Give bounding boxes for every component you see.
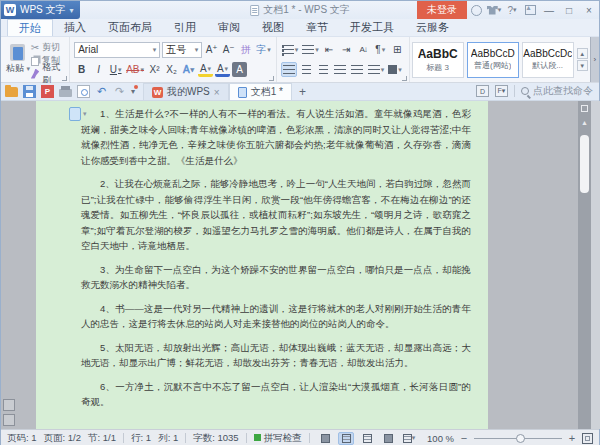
tab-dev-tools[interactable]: 开发工具 (339, 19, 405, 36)
scroll-up-icon[interactable]: ▲ (578, 115, 591, 129)
paragraph-3[interactable]: 3、为生命留下一点空白，为这个矫躁不安的世界留一点空白，哪怕只是一点点，却能挽救… (81, 262, 471, 293)
styles-scroll-up[interactable]: ▲ (577, 48, 588, 59)
chevron-down-icon[interactable]: ▾ (70, 6, 74, 15)
bold-button[interactable]: B (74, 62, 89, 77)
maximize-button[interactable]: □ (559, 2, 579, 18)
skin-shirt-icon[interactable]: ▾ (485, 2, 503, 18)
tab-view[interactable]: 视图 (251, 19, 295, 36)
close-tab-icon[interactable]: × (214, 87, 220, 98)
tab-references[interactable]: 引用 (163, 19, 207, 36)
bookmark-pane-icon[interactable] (3, 414, 15, 426)
paste-button[interactable]: 粘贴 ▾ (5, 40, 31, 79)
clipboard-dialog-launcher[interactable] (62, 76, 67, 81)
increase-indent-button[interactable]: ⇥ (339, 42, 354, 57)
align-right-button[interactable] (316, 62, 331, 77)
ruler-toggle-icon[interactable] (578, 101, 591, 115)
font-name-select[interactable]: Arial▾ (74, 42, 160, 58)
hide-ribbon-icon[interactable] (521, 2, 539, 18)
print-icon[interactable] (59, 89, 72, 97)
show-marks-button[interactable]: ¶▾ (373, 42, 388, 57)
find-command-box[interactable]: 点此查找命令 (521, 84, 593, 98)
character-shading-button[interactable]: A (232, 62, 247, 77)
cut-button[interactable]: ✂剪切 (31, 41, 65, 54)
customize-toolbar-icon[interactable]: ▾ (131, 87, 135, 96)
doc-tab-document1[interactable]: 文档1 * (229, 83, 292, 100)
redo-icon[interactable]: ↷ (113, 85, 126, 98)
close-button[interactable]: × (579, 2, 599, 18)
style-normal-web[interactable]: AaBbCcD 普通(网站) (467, 42, 519, 78)
tab-page-layout[interactable]: 页面布局 (97, 19, 163, 36)
highlight-color-button[interactable]: A▾ (198, 62, 213, 77)
italic-button[interactable]: I (91, 62, 106, 77)
paragraph-4[interactable]: 4、书——这是一代对另一代精神上的遗训，这是行将就木的老人对刚刚开始生活的青年人… (81, 301, 471, 332)
character-border-button[interactable]: 字▾ (255, 42, 272, 57)
numbering-button[interactable]: ▾ (301, 42, 320, 57)
text-effects-button[interactable]: A▾ (181, 62, 196, 77)
tab-list-icon[interactable]: F▾ (495, 85, 508, 97)
style-heading3[interactable]: AaBbC 标题 3 (412, 42, 464, 78)
login-button[interactable]: 未登录 (417, 1, 467, 19)
tab-home[interactable]: 开始 (7, 19, 53, 36)
styles-scroll-down[interactable]: ▼ (577, 60, 588, 71)
zoom-level[interactable]: 100 % (422, 433, 454, 444)
bullets-button[interactable]: ▾ (281, 42, 300, 57)
paragraph-6[interactable]: 6、一方净土，沉默不言中不忘了留一点空白，让人渲染出“大漠孤烟直，长河落日圆”的… (81, 379, 471, 410)
zoom-out-button[interactable]: − (459, 432, 469, 444)
scrollbar-thumb[interactable] (580, 135, 589, 193)
decrease-indent-button[interactable]: ⇤ (322, 42, 337, 57)
sort-button[interactable]: A↓ (356, 42, 371, 57)
style-default-para[interactable]: AaBbCcDc 默认段... (522, 42, 574, 78)
zoom-slider[interactable] (474, 432, 562, 445)
paragraph-dialog-launcher[interactable] (402, 76, 407, 81)
fit-page-button[interactable] (582, 433, 593, 444)
distribute-button[interactable] (350, 62, 365, 77)
web-view-button[interactable] (380, 432, 396, 445)
print-preview-icon[interactable] (77, 85, 90, 98)
vertical-scrollbar[interactable]: ▲ (578, 101, 591, 429)
paragraph-2[interactable]: 2、让我在心烦意乱之际，能够冷静地思考，吟上一句“人生天地间，若白驹过隙，忽然而… (81, 176, 471, 254)
table-grid-button[interactable]: ⊞ (390, 42, 405, 57)
doc-tab-my-wps[interactable]: W 我的WPS × (143, 83, 229, 100)
nav-pane-icon[interactable] (3, 399, 15, 411)
shading-fill-button[interactable]: ▾ (387, 62, 403, 77)
grow-font-button[interactable]: A⁺ (204, 42, 219, 57)
page-view-button[interactable] (338, 432, 354, 445)
wps-menu-button[interactable]: W WPS 文字 ▾ (1, 1, 80, 19)
subscript-button[interactable]: X₂ (164, 62, 179, 77)
document-text[interactable]: 1、生活是什么?不一样的人有不一样的看法。有人说生活如酒。童年就像鸡尾酒，色彩斑… (81, 106, 471, 418)
export-pdf-icon[interactable]: P (41, 85, 54, 98)
tab-section[interactable]: 章节 (295, 19, 339, 36)
line-spacing-button[interactable]: ▾ (367, 62, 386, 77)
font-color-button[interactable]: A▾ (215, 62, 230, 77)
zoom-in-button[interactable]: + (567, 432, 577, 444)
tab-cloud[interactable]: 云服务 (405, 19, 460, 36)
doc-switch-icon[interactable]: D (476, 85, 489, 97)
align-left-button[interactable] (281, 62, 297, 77)
paragraph-1[interactable]: 1、生活是什么?不一样的人有不一样的看法。有人说生活如酒。童年就像鸡尾酒，色彩斑… (81, 106, 471, 168)
display-mode-button[interactable]: ▾ (401, 432, 417, 445)
justify-button[interactable] (333, 62, 348, 77)
tab-review[interactable]: 审阅 (207, 19, 251, 36)
paragraph-5[interactable]: 5、太阳无语，却放射出光辉；高山无语，却体现出巍峨；蓝天无语，却显露出高远；大地… (81, 340, 471, 371)
underline-button[interactable]: U▾ (108, 62, 123, 77)
strikethrough-button[interactable]: AB▾ (125, 62, 145, 77)
minimize-button[interactable]: — (539, 2, 559, 18)
save-icon[interactable] (23, 85, 36, 98)
spellcheck-status[interactable]: 拼写检查 (254, 432, 302, 445)
format-painter-button[interactable]: 格式刷 (31, 67, 65, 80)
fullscreen-view-button[interactable] (317, 432, 333, 445)
phonetic-guide-button[interactable]: 拼 (238, 42, 253, 57)
align-center-button[interactable] (299, 62, 314, 77)
outline-view-button[interactable] (359, 432, 375, 445)
font-size-select[interactable]: 五号▾ (162, 42, 202, 58)
font-dialog-launcher[interactable] (269, 76, 274, 81)
shrink-font-button[interactable]: A⁻ (221, 42, 236, 57)
open-file-icon[interactable] (5, 87, 18, 97)
superscript-button[interactable]: X² (147, 62, 162, 77)
tab-insert[interactable]: 插入 (53, 19, 97, 36)
help-icon[interactable]: ?▾ (503, 2, 521, 18)
new-tab-button[interactable]: + (292, 83, 313, 100)
ribbon-overflow-chevron[interactable]: › (590, 37, 599, 82)
undo-icon[interactable]: ↶ (95, 85, 108, 98)
sync-icon[interactable] (467, 2, 485, 18)
